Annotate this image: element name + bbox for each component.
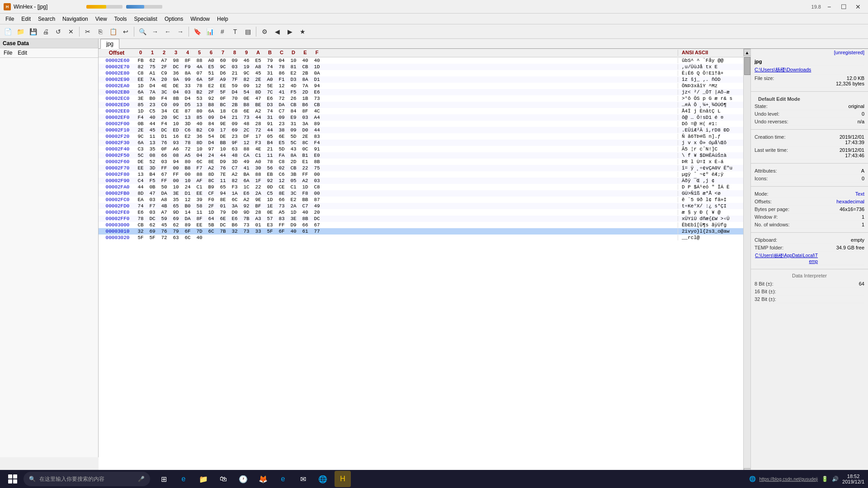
hex-byte-6[interactable]: A0 — [205, 58, 217, 63]
hex-byte-10[interactable]: A2 — [252, 108, 264, 114]
hex-byte-0[interactable]: 32 — [135, 229, 146, 234]
hex-byte-9[interactable]: 48 — [241, 121, 252, 127]
hex-byte-6[interactable]: 6A — [205, 108, 217, 114]
hex-byte-7[interactable]: 7E — [217, 172, 229, 177]
folder-icon[interactable]: 📁 — [195, 471, 212, 487]
hex-byte-7[interactable]: 65 — [217, 184, 229, 190]
hex-byte-2[interactable]: A7 — [158, 58, 170, 63]
hex-byte-10[interactable]: 45 — [252, 70, 264, 76]
hex-byte-2[interactable]: 72 — [158, 235, 170, 240]
hex-byte-8[interactable]: 3A — [229, 203, 241, 209]
hex-byte-8[interactable]: D0 — [229, 210, 241, 215]
table-row[interactable]: 00003000 CB62456289EE5BDCB67301E3FFD9666… — [99, 222, 743, 228]
hex-byte-15[interactable]: 20 — [311, 210, 323, 215]
hex-byte-14[interactable]: 8B — [299, 216, 311, 221]
hex-byte-11[interactable]: 31 — [264, 115, 276, 120]
hex-byte-3[interactable]: 9D — [170, 210, 182, 215]
table-row[interactable]: 00002F20 9C11D116E23654DE23DF17056E5D2E8… — [99, 133, 743, 140]
hex-byte-4[interactable]: F9 — [182, 64, 193, 70]
hex-byte-0[interactable]: 0B — [135, 121, 146, 127]
menu-search[interactable]: Search — [34, 14, 59, 24]
hex-byte-15[interactable]: 89 — [311, 121, 323, 127]
hex-byte-4[interactable]: 13 — [182, 115, 193, 120]
hex-byte-6[interactable]: 1D — [205, 210, 217, 215]
hex-byte-5[interactable]: EE — [193, 222, 205, 228]
hex-byte-2[interactable]: 3C — [158, 89, 170, 95]
hex-byte-3[interactable]: 65 — [170, 203, 182, 209]
hex-byte-0[interactable]: DE — [135, 159, 146, 164]
hex-byte-12[interactable]: 23 — [276, 121, 288, 127]
hex-byte-9[interactable]: 2C — [241, 127, 252, 133]
hex-byte-8[interactable]: 32 — [229, 229, 241, 234]
table-row[interactable]: 00002F00 0B44F4103D40849E0948289123313A8… — [99, 121, 743, 127]
hex-byte-9[interactable]: 9C — [241, 70, 252, 76]
hex-byte-6[interactable]: 97 — [205, 146, 217, 152]
hex-byte-8[interactable]: D4 — [229, 89, 241, 95]
hex-byte-13[interactable]: 3E — [288, 216, 299, 221]
hex-byte-10[interactable]: 47 — [252, 96, 264, 101]
hex-byte-13[interactable]: CB — [288, 165, 299, 171]
table-row[interactable]: 00002EE0 1DC534CE87806A18C86EA274C7848F4… — [99, 108, 743, 114]
hex-byte-7[interactable]: 18 — [217, 108, 229, 114]
hex-byte-0[interactable]: FB — [135, 58, 146, 63]
hex-byte-3[interactable]: ED — [170, 127, 182, 133]
hex-byte-5[interactable]: 6A — [193, 77, 205, 82]
hex-byte-0[interactable]: 6A — [135, 89, 146, 95]
hex-byte-15[interactable]: C8 — [311, 184, 323, 190]
hex-byte-6[interactable]: D4 — [205, 140, 217, 145]
hex-byte-3[interactable]: 63 — [170, 235, 182, 240]
hex-byte-4[interactable]: 00 — [182, 172, 193, 177]
hex-byte-6[interactable]: 2F — [205, 89, 217, 95]
hex-byte-8[interactable]: 21 — [229, 70, 241, 76]
tb-cut[interactable]: ✂ — [82, 26, 94, 38]
hex-byte-4[interactable]: 3D — [182, 121, 193, 127]
hex-byte-1[interactable]: 03 — [146, 197, 158, 202]
hex-byte-7[interactable]: 6E — [217, 216, 229, 221]
hex-byte-7[interactable]: 94 — [217, 191, 229, 196]
hex-byte-9[interactable]: A2 — [241, 197, 252, 202]
hex-byte-15[interactable]: 94 — [311, 83, 323, 89]
hex-body[interactable]: 00002E60 FB62A7988F88A0600946E5790410404… — [99, 57, 743, 474]
hex-byte-0[interactable]: C3 — [135, 146, 146, 152]
tb-extra1[interactable]: ⚙ — [259, 26, 270, 38]
hex-byte-9[interactable]: 49 — [241, 159, 252, 164]
hex-byte-4[interactable]: 80 — [182, 159, 193, 164]
hex-byte-3[interactable]: 35 — [170, 197, 182, 202]
hex-byte-2[interactable]: F4 — [158, 121, 170, 127]
hex-byte-6[interactable]: 5F — [205, 77, 217, 82]
hex-byte-5[interactable]: B2 — [193, 127, 205, 133]
hex-byte-5[interactable]: 78 — [193, 83, 205, 89]
hex-byte-14[interactable]: 40 — [299, 58, 311, 63]
hex-byte-15[interactable]: 00 — [311, 191, 323, 196]
hex-byte-10[interactable]: 4E — [252, 146, 264, 152]
tb-copy[interactable]: ⎘ — [94, 26, 106, 38]
hex-byte-9[interactable]: 73 — [241, 115, 252, 120]
hex-byte-8[interactable]: C7 — [229, 165, 241, 171]
hex-byte-0[interactable]: 74 — [135, 203, 146, 209]
scroll-thumb[interactable] — [744, 57, 750, 75]
table-row[interactable]: 00002FC0 EA03A8351239F08E6CA29E1D66E2BB8… — [99, 197, 743, 203]
table-row[interactable]: 00002F90 C4F5FF0010AF8C11826A1F921205A20… — [99, 178, 743, 184]
hex-byte-13[interactable]: 31 — [288, 121, 299, 127]
hex-byte-1[interactable]: C5 — [146, 108, 158, 114]
hex-byte-7[interactable]: 5F — [217, 89, 229, 95]
hex-byte-9[interactable]: 0E — [241, 96, 252, 101]
hex-byte-4[interactable]: 33 — [182, 83, 193, 89]
hex-byte-3[interactable]: 79 — [170, 229, 182, 234]
hex-byte-4[interactable]: B8 — [182, 165, 193, 171]
hex-byte-11[interactable]: 1D — [264, 197, 276, 202]
tb-save[interactable]: 💾 — [27, 26, 39, 38]
hex-byte-9[interactable]: 09 — [241, 83, 252, 89]
table-row[interactable]: 00002E60 FB62A7988F88A0600946E5790410404… — [99, 57, 743, 64]
hex-byte-14[interactable]: 2D — [299, 89, 311, 95]
hex-byte-5[interactable]: 6C — [193, 159, 205, 164]
tb-goto[interactable]: → — [149, 26, 161, 38]
scroll-up[interactable]: ▲ — [744, 49, 751, 56]
hex-byte-6[interactable]: 54 — [205, 134, 217, 139]
hex-byte-13[interactable]: 43 — [288, 146, 299, 152]
hex-byte-3[interactable]: A6 — [170, 146, 182, 152]
hex-byte-7[interactable]: 8E — [217, 197, 229, 202]
hex-byte-15[interactable]: 83 — [311, 134, 323, 139]
hex-byte-2[interactable]: A8 — [158, 197, 170, 202]
hex-byte-14[interactable]: 03 — [299, 115, 311, 120]
